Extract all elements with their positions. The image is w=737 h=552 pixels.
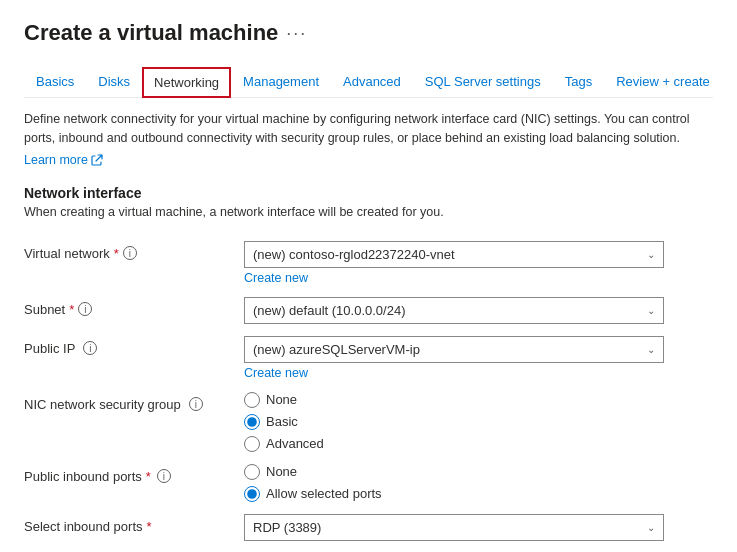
dropdown-arrow-icon: ⌄ [647,249,655,260]
tab-review-create[interactable]: Review + create [604,66,722,97]
section-title: Network interface [24,185,713,201]
subnet-label: Subnet * i [24,297,244,317]
tab-tags[interactable]: Tags [553,66,604,97]
ellipsis-menu-button[interactable]: ··· [286,23,307,44]
nic-security-group-basic-radio[interactable] [244,414,260,430]
public-inbound-ports-none-label: None [266,464,297,479]
subnet-info-icon[interactable]: i [78,302,92,316]
dropdown-arrow-icon: ⌄ [647,344,655,355]
virtual-network-info-icon[interactable]: i [123,246,137,260]
required-indicator: * [147,519,152,534]
nic-security-group-advanced-radio[interactable] [244,436,260,452]
public-inbound-ports-allow-label: Allow selected ports [266,486,382,501]
tab-sql-server-settings[interactable]: SQL Server settings [413,66,553,97]
public-inbound-ports-allow-option[interactable]: Allow selected ports [244,486,713,502]
subnet-control: (new) default (10.0.0.0/24) ⌄ [244,297,713,324]
nic-security-group-basic-label: Basic [266,414,298,429]
public-ip-control: (new) azureSQLServerVM-ip ⌄ Create new [244,336,713,380]
virtual-network-dropdown[interactable]: (new) contoso-rglod22372240-vnet ⌄ [244,241,664,268]
virtual-network-label: Virtual network * i [24,241,244,261]
public-ip-info-icon[interactable]: i [83,341,97,355]
virtual-network-row: Virtual network * i (new) contoso-rglod2… [24,235,713,291]
learn-more-link[interactable]: Learn more [24,153,103,167]
external-link-icon [91,154,103,166]
public-inbound-ports-none-option[interactable]: None [244,464,713,480]
nic-security-group-row: NIC network security group i None Basic … [24,386,713,458]
tab-basics[interactable]: Basics [24,66,86,97]
nic-security-group-advanced-option[interactable]: Advanced [244,436,713,452]
tab-disks[interactable]: Disks [86,66,142,97]
select-inbound-ports-row: Select inbound ports * RDP (3389) ⌄ [24,508,713,547]
networking-description: Define network connectivity for your vir… [24,110,713,148]
select-inbound-ports-label: Select inbound ports * [24,514,244,534]
network-form: Virtual network * i (new) contoso-rglod2… [24,235,713,547]
public-inbound-ports-radio-group: None Allow selected ports [244,464,713,502]
nic-security-group-none-radio[interactable] [244,392,260,408]
virtual-network-control: (new) contoso-rglod22372240-vnet ⌄ Creat… [244,241,713,285]
public-inbound-ports-label: Public inbound ports * i [24,464,244,484]
section-subtitle: When creating a virtual machine, a netwo… [24,205,713,219]
public-ip-create-new-link[interactable]: Create new [244,366,713,380]
required-indicator: * [114,246,119,261]
subnet-dropdown[interactable]: (new) default (10.0.0.0/24) ⌄ [244,297,664,324]
public-inbound-ports-info-icon[interactable]: i [157,469,171,483]
public-inbound-ports-control: None Allow selected ports [244,464,713,502]
subnet-row: Subnet * i (new) default (10.0.0.0/24) ⌄ [24,291,713,330]
public-ip-row: Public IP i (new) azureSQLServerVM-ip ⌄ … [24,330,713,386]
required-indicator: * [146,469,151,484]
nic-security-group-advanced-label: Advanced [266,436,324,451]
select-inbound-ports-control: RDP (3389) ⌄ [244,514,713,541]
public-inbound-ports-row: Public inbound ports * i None Allow sele… [24,458,713,508]
nic-security-group-control: None Basic Advanced [244,392,713,452]
public-ip-label: Public IP i [24,336,244,356]
nic-security-group-none-option[interactable]: None [244,392,713,408]
page-title: Create a virtual machine [24,20,278,46]
tab-advanced[interactable]: Advanced [331,66,413,97]
public-inbound-ports-none-radio[interactable] [244,464,260,480]
public-ip-dropdown[interactable]: (new) azureSQLServerVM-ip ⌄ [244,336,664,363]
nic-security-group-basic-option[interactable]: Basic [244,414,713,430]
dropdown-arrow-icon: ⌄ [647,522,655,533]
nic-security-group-label: NIC network security group i [24,392,244,412]
tab-networking[interactable]: Networking [142,67,231,98]
dropdown-arrow-icon: ⌄ [647,305,655,316]
public-inbound-ports-allow-radio[interactable] [244,486,260,502]
nic-security-group-info-icon[interactable]: i [189,397,203,411]
nic-security-group-radio-group: None Basic Advanced [244,392,713,452]
tabs-nav: Basics Disks Networking Management Advan… [24,66,713,98]
required-indicator: * [69,302,74,317]
nic-security-group-none-label: None [266,392,297,407]
select-inbound-ports-dropdown[interactable]: RDP (3389) ⌄ [244,514,664,541]
virtual-network-create-new-link[interactable]: Create new [244,271,713,285]
tab-management[interactable]: Management [231,66,331,97]
